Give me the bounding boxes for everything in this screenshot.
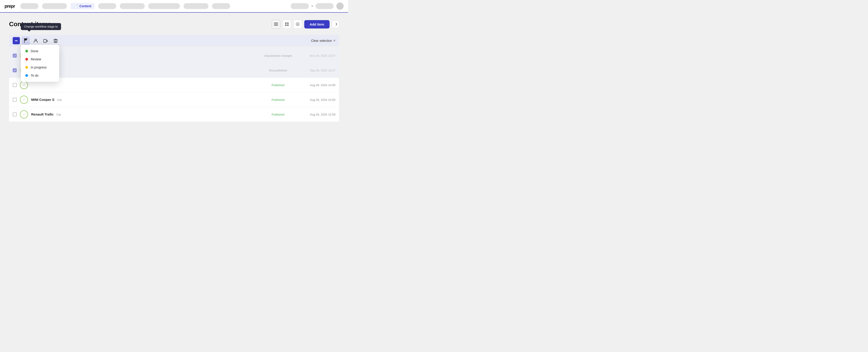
assign-person-button[interactable] [32, 37, 40, 45]
row-checkbox-2[interactable]: ✓ [13, 68, 17, 72]
status-circle-3: − [20, 81, 28, 89]
table-row[interactable]: − MINI Cooper S Car Published Aug 26, 20… [9, 92, 339, 107]
item-type-5: Car [57, 113, 61, 116]
review-label: Review [31, 57, 41, 61]
done-label: Done [31, 49, 38, 53]
topbar: prepr 📄 Content ▾ [0, 0, 348, 13]
svg-rect-0 [274, 23, 278, 23]
item-date-3: Aug 26, 2024 14:00 [299, 83, 336, 87]
svg-rect-2 [274, 25, 278, 26]
page-header: Content items [9, 20, 339, 28]
content-tab[interactable]: 📄 Content [70, 3, 94, 9]
status-circle-4: − [20, 96, 28, 104]
review-dot [25, 58, 28, 61]
collapse-button[interactable] [332, 21, 339, 28]
nav-pill-7[interactable] [212, 3, 230, 9]
list-view-button[interactable] [272, 20, 280, 28]
item-name-5: Renault Trafic [31, 112, 54, 116]
nav-pill-2[interactable] [42, 3, 67, 9]
svg-rect-8 [15, 40, 18, 41]
item-date-2: Sep 26, 2024 16:37 [299, 69, 336, 72]
svg-rect-10 [43, 39, 46, 42]
svg-rect-5 [285, 24, 287, 26]
delete-button[interactable] [52, 37, 60, 45]
table-row[interactable]: − Renault Trafic Car Published Aug 26, 2… [9, 107, 339, 122]
workflow-option-review[interactable]: Review [21, 55, 59, 63]
clear-selection[interactable]: Clear selection × [311, 39, 336, 43]
in-progress-label: In progress [31, 65, 46, 69]
avatar[interactable] [336, 2, 344, 10]
workflow-option-done[interactable]: Done [21, 47, 59, 55]
nav-pill-3[interactable] [98, 3, 116, 9]
in-progress-dot [25, 66, 28, 69]
item-date-4: Aug 26, 2024 14:00 [299, 98, 336, 101]
item-info-4: MINI Cooper S Car [31, 98, 257, 102]
workflow-option-in-progress[interactable]: In progress [21, 63, 59, 71]
selection-actions [13, 37, 60, 45]
add-item-button[interactable]: Add item [304, 20, 330, 28]
science-view-button[interactable] [293, 20, 302, 28]
item-status-5: Published [260, 113, 296, 116]
page-title: Content items [9, 21, 272, 28]
chevron-down-icon: ▾ [311, 4, 313, 8]
item-date-1: Nov 18, 2024 16:07 [299, 54, 336, 57]
item-status-1: Unpublished changes [260, 54, 296, 57]
item-type-4: Car [57, 98, 62, 101]
header-actions: Add item [272, 20, 339, 28]
item-name-4: MINI Cooper S [31, 98, 55, 101]
nav-pill-4[interactable] [120, 3, 145, 9]
clear-x-icon: × [333, 39, 336, 43]
move-button[interactable] [41, 37, 50, 45]
to-do-dot [25, 74, 28, 77]
nav-pill-9[interactable] [315, 3, 334, 9]
logo: prepr [4, 4, 15, 9]
doc-icon: 📄 [74, 4, 78, 8]
nav-pill-1[interactable] [20, 3, 38, 9]
item-info-5: Renault Trafic Car [31, 112, 257, 116]
nav-pill-8[interactable] [291, 3, 309, 9]
item-status-2: Not published [260, 69, 296, 72]
status-circle-5: − [20, 110, 28, 118]
selection-bar: Change workflow stage to [9, 35, 339, 47]
main-content: Content items [0, 13, 348, 129]
topbar-right: ▾ [291, 2, 344, 10]
row-checkbox-3[interactable] [13, 83, 17, 87]
nav-pill-5[interactable] [148, 3, 180, 9]
content-tab-label: Content [79, 4, 91, 8]
svg-rect-3 [285, 22, 287, 24]
clear-selection-label: Clear selection [311, 39, 332, 42]
workflow-stage-button[interactable] [22, 37, 30, 45]
svg-rect-6 [287, 24, 289, 26]
workflow-dropdown: Done Review In progress To do [21, 45, 59, 82]
grid-view-button[interactable] [283, 20, 291, 28]
deselect-button[interactable] [13, 37, 20, 44]
nav-pill-6[interactable] [184, 3, 209, 9]
to-do-label: To do [31, 74, 38, 77]
row-checkbox-5[interactable] [13, 112, 17, 116]
row-checkbox-4[interactable] [13, 98, 17, 102]
item-status-4: Published [260, 98, 296, 101]
svg-rect-4 [287, 22, 289, 24]
item-status-3: Published [260, 83, 296, 87]
svg-rect-1 [274, 24, 278, 25]
row-checkbox-1[interactable]: ✓ [13, 54, 17, 58]
done-dot [25, 50, 28, 53]
item-date-5: Aug 26, 2024 13:59 [299, 113, 336, 116]
workflow-option-to-do[interactable]: To do [21, 71, 59, 80]
